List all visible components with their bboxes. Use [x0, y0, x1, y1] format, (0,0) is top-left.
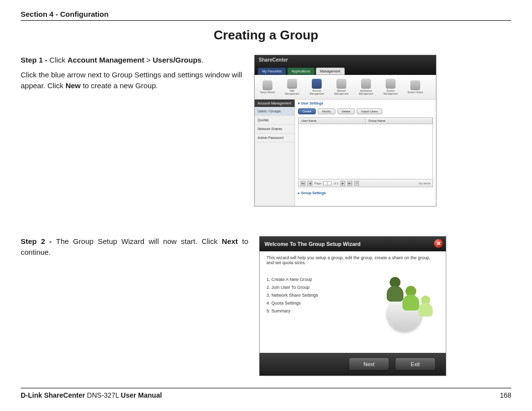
footer-rule [21, 388, 511, 388]
grid-pager: ⏮ ◀ Page 1 of 1 ▶ ⏭ ⟳ No items [298, 179, 433, 187]
person-icon [419, 296, 433, 317]
import-users-button[interactable]: Import Users [357, 108, 382, 114]
step1-body: Click the blue arrow next to Group Setti… [21, 69, 243, 91]
pager-page-input[interactable]: 1 [323, 181, 332, 185]
page-number: 168 [500, 391, 511, 399]
delete-button[interactable]: Delete [337, 108, 355, 114]
system-icon [386, 79, 396, 89]
page-title: Creating a Group [21, 28, 511, 43]
footer-brand: D-Link ShareCenter [21, 391, 85, 399]
pager-page-label: Page [314, 182, 321, 185]
step1-action: Click [49, 56, 67, 64]
network-icon [336, 79, 346, 89]
step1-bold2: Users/Groups [153, 56, 201, 64]
users-grid: User Name Group Name [298, 117, 433, 179]
step1-bold1: Account Management [67, 56, 144, 64]
exit-button[interactable]: Exit [396, 358, 435, 370]
wizard-step-2: 2. Join User To Group [266, 285, 363, 290]
wizard-title: Welcome To The Group Setup Wizard [265, 241, 361, 247]
pager-first-icon[interactable]: ⏮ [300, 181, 305, 186]
sidebar-item-admin-password[interactable]: Admin Password [255, 134, 295, 142]
nav-application-management[interactable]: Application Management [356, 79, 376, 95]
nav-network-management[interactable]: Network Management [332, 79, 351, 95]
person-icon [402, 286, 419, 310]
pager-refresh-icon[interactable]: ⟳ [354, 181, 359, 186]
apps-icon [361, 79, 371, 89]
sidebar-item-quotas[interactable]: Quotas [255, 116, 295, 125]
wizard-step-5: 5. Summary [266, 308, 363, 313]
top-rule [21, 20, 511, 21]
modify-button[interactable]: Modify [318, 108, 335, 114]
pager-noitems: No items [419, 182, 431, 185]
nav-setup-wizard[interactable]: Setup Wizard [258, 80, 277, 94]
wizard-description: This wizard will help you setup a group,… [266, 255, 439, 265]
footer-tail: User Manual [121, 391, 162, 399]
step2-body1: The Group Setup Wizard will now start. C… [56, 237, 222, 245]
sidebar-item-network-shares[interactable]: Network Shares [255, 125, 295, 134]
wizard-step-1: 1. Create A New Group [266, 277, 363, 282]
step1-gt: > [144, 56, 153, 64]
create-button[interactable]: Create [298, 108, 316, 114]
wizard-illustration [370, 274, 439, 333]
wizard-step-3: 3. Network Share Settings [266, 293, 363, 298]
tab-management[interactable]: Management [316, 68, 345, 75]
step1-body2: to create a new Group. [81, 81, 158, 90]
nav-system-management[interactable]: System Management [381, 79, 400, 95]
person-icon [387, 277, 403, 302]
pager-next-icon[interactable]: ▶ [340, 181, 345, 186]
footer-left: D-Link ShareCenter DNS-327L User Manual [21, 391, 162, 399]
close-icon[interactable]: ✕ [434, 239, 443, 248]
disk-icon [287, 79, 297, 89]
wizard-step-4: 4. Quota Settings [266, 301, 363, 306]
col-group-name[interactable]: Group Name [366, 118, 432, 124]
wizard-icon [263, 80, 272, 90]
screenshot-group-wizard: Welcome To The Group Setup Wizard ✕ This… [259, 236, 446, 376]
step1-new: New [66, 81, 81, 90]
screenshot-account-management: ShareCenter My Favorites Applications Ma… [254, 55, 436, 206]
section-header: Section 4 - Configuration [21, 10, 511, 18]
sharecenter-logo: ShareCenter [259, 57, 288, 63]
step2-next: Next [222, 237, 238, 245]
footer-model: DNS-327L [85, 391, 121, 399]
sidebar-title: Account Management [255, 100, 295, 107]
nav-account-management[interactable]: Account Management [307, 79, 327, 95]
pager-of: of 1 [333, 182, 338, 185]
next-button[interactable]: Next [349, 358, 389, 370]
panel-group-settings[interactable]: ▸ Group Settings [295, 187, 436, 197]
step1-heading: Step 1 - Click Account Management > User… [21, 55, 243, 66]
step1-tail: . [201, 56, 203, 64]
sidebar-item-users-groups[interactable]: Users / Groups [255, 107, 295, 116]
pager-last-icon[interactable]: ⏭ [347, 181, 352, 186]
pager-prev-icon[interactable]: ◀ [307, 181, 312, 186]
step1-prefix: Step 1 - [21, 56, 49, 64]
nav-disk-management[interactable]: Disk Management [282, 79, 302, 95]
tab-applications[interactable]: Applications [287, 68, 315, 75]
nav-system-status[interactable]: System Status [405, 80, 425, 94]
step2-prefix: Step 2 - [21, 237, 56, 245]
step2-text: Step 2 - The Group Setup Wizard will now… [21, 236, 248, 376]
wizard-steps-list: 1. Create A New Group 2. Join User To Gr… [266, 274, 363, 333]
panel-user-settings[interactable]: ▾ User Settings [295, 100, 436, 107]
status-icon [410, 80, 420, 90]
tab-my-favorites[interactable]: My Favorites [258, 68, 286, 75]
col-user-name[interactable]: User Name [299, 118, 366, 124]
account-icon [312, 79, 322, 89]
